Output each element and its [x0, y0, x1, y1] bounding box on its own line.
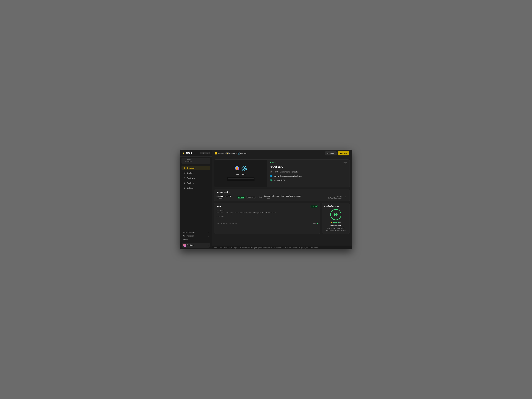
performance-title: Site Performance — [324, 205, 339, 207]
sidebar-item-overview-label: Overview — [187, 167, 195, 169]
status-dot — [270, 162, 271, 163]
workspace-avatar — [184, 244, 186, 247]
external-link-icon-2: ↗ — [208, 235, 209, 237]
deploy-by: by Tobiloba Adedeji — [325, 197, 342, 199]
workspace-switcher[interactable]: Tobiloba › — [182, 243, 210, 248]
ipfs-header: IPFS Current — [216, 205, 318, 208]
domain-link[interactable]: skinny-dog-numerous.on-fleek.app — [274, 175, 302, 177]
breadcrumb-app[interactable]: ⚛ react-app — [238, 152, 248, 154]
current-icon: ⊙ — [247, 196, 249, 198]
ipfs-footer: The hash for your site content IPFS — [216, 221, 318, 224]
performance-circle: 99 — [330, 209, 341, 220]
domain-row: 🌐 skinny-dog-numerous.on-fleek.app — [270, 175, 347, 177]
breadcrumb: T Tobiloba › 📁 Hosting › ⚛ react-app — [215, 152, 248, 154]
preview-screenshot — [227, 177, 254, 181]
sidebar-nav: ⊞ Overview </> Deploys ≋ Audit Log ▦ Ana… — [180, 165, 212, 229]
analytics-icon: ▦ — [183, 182, 186, 184]
recent-deploy-card: Recent Deploy cm0qkp...dcn052 Production… — [214, 189, 350, 201]
ready-dot — [238, 197, 239, 197]
main-content: T Tobiloba › 📁 Hosting › ⚛ react-app Red… — [212, 150, 352, 249]
branch-name: main — [267, 197, 270, 199]
repo-row: ⊙ tobySolutions / react-template — [270, 171, 347, 173]
svg-point-2 — [244, 168, 245, 169]
ipfs-title: IPFS — [216, 205, 221, 208]
app-window: ⚡ fleek Beta v4.0.4 ‹ Go back Tobiloba ⊞… — [180, 150, 352, 249]
ipfs-hash-value: bafybeif4rm76ubyz3r3tesgunubvmqoeg4iewab… — [216, 212, 318, 214]
external-link-icon: ↗ — [208, 232, 209, 233]
sidebar-footer: Help & Feedback ↗ Documentation ↗ Suppor… — [180, 229, 212, 249]
performance-card: Site Performance 99 Coming Soon Monitor … — [322, 203, 350, 234]
statusbar-url: https://app.fleek.xyz/projects/clwp04cuv… — [214, 247, 320, 248]
sidebar-item-audit-log[interactable]: ≋ Audit Log — [182, 176, 210, 180]
footer-support-label: Support — [183, 239, 188, 241]
go-back-workspace: Tobiloba — [185, 161, 192, 163]
go-back-button[interactable]: ‹ Go back Tobiloba — [182, 158, 210, 164]
current-label: Current — [249, 196, 254, 198]
breadcrumb-hosting[interactable]: 📁 Hosting — [226, 152, 235, 154]
ipfs-url-label: IPNS URL — [216, 215, 318, 217]
external-link-icon-3: ↗ — [208, 239, 209, 240]
ipfs-url-value: - — [216, 217, 318, 219]
perf-dot-3 — [335, 222, 336, 223]
footer-help-label: Help & Feedback — [183, 231, 195, 233]
perf-dot-4 — [336, 222, 337, 223]
topbar: T Tobiloba › 📁 Hosting › ⚛ react-app Red… — [212, 150, 352, 157]
sidebar-item-overview[interactable]: ⊞ Overview — [182, 165, 210, 170]
git-icon: ⊙ — [270, 171, 272, 173]
visit-site-button[interactable]: Visit site — [338, 151, 349, 155]
deploy-env: Production — [216, 197, 234, 199]
chevron-right-icon: › — [208, 244, 209, 246]
breadcrumb-hosting-label: Hosting — [229, 152, 235, 154]
ipfs-badge-label: IPFS — [313, 223, 316, 224]
redeploy-button[interactable]: Redeploy — [325, 151, 337, 155]
preview-icons — [234, 166, 247, 172]
sidebar-item-analytics[interactable]: ▦ Analytics — [182, 181, 210, 185]
footer-support-link[interactable]: Support ↗ — [182, 238, 210, 241]
deploy-time-ago: 5d ago — [325, 196, 342, 197]
deploy-id-block: cm0qkp...dcn052 Production — [216, 195, 234, 199]
app-name: react-app — [270, 165, 347, 168]
branch-icon: ⎇ — [264, 197, 266, 199]
sidebar-item-analytics-label: Analytics — [187, 182, 194, 184]
back-arrow-icon: ‹ — [184, 160, 184, 162]
ipfs-card: IPFS Current IPFS Hash bafybeif4rm76ubyz… — [214, 203, 320, 234]
status-label: Ready — [272, 162, 276, 164]
footer-help-link[interactable]: Help & Feedback ↗ — [182, 231, 210, 234]
go-back-text: Go back Tobiloba — [185, 159, 192, 163]
breadcrumb-app-label: react-app — [240, 152, 248, 154]
app-info-header: Ready 5d ago — [270, 162, 347, 164]
performance-dots — [331, 222, 341, 223]
sidebar-item-settings[interactable]: ⚙ Settings — [182, 185, 210, 190]
deploy-ready-pill: Ready — [237, 196, 245, 198]
workspace-name: Tobiloba — [187, 244, 194, 246]
breadcrumb-workspace[interactable]: T Tobiloba — [215, 152, 224, 154]
commit-branch: ⎇ main — [264, 197, 323, 199]
more-options-button[interactable]: ⋮ — [344, 195, 347, 199]
preview-label: Vite + React — [236, 173, 246, 175]
coming-soon-label: Coming Soon — [330, 224, 341, 226]
sidebar-item-deploys[interactable]: </> Deploys — [182, 171, 210, 175]
ipfs-status-dot — [317, 223, 318, 224]
deploy-meta: 5d ago by Tobiloba Adedeji — [325, 196, 342, 199]
deploy-current-pill: ⊙ Current — [246, 196, 256, 199]
sidebar-item-deploys-label: Deploys — [187, 172, 194, 174]
audit-icon: ≋ — [183, 177, 186, 179]
ipfs-link[interactable]: View on IPFS — [274, 179, 285, 181]
app-info-panel: Ready 5d ago react-app ⊙ tobySolutions /… — [267, 160, 349, 187]
recent-deploy-title: Recent Deploy — [216, 191, 347, 193]
footer-docs-link[interactable]: Documentation ↗ — [182, 234, 210, 238]
go-back-label: Go back — [185, 159, 192, 161]
lightning-icon: ⚡ — [182, 152, 185, 154]
ipfs-footer-right: IPFS — [313, 223, 318, 224]
app-overview-card: Vite + React Ready — [214, 159, 350, 187]
sidebar-item-audit-label: Audit Log — [187, 177, 195, 179]
workspace-left: Tobiloba — [184, 244, 194, 247]
repo-text: tobySolutions / react-template — [274, 171, 298, 173]
react-icon — [241, 166, 247, 172]
breadcrumb-workspace-label: Tobiloba — [217, 152, 224, 154]
ipfs-logo-icon: ⊕ — [270, 179, 272, 182]
perf-dot-6 — [339, 222, 341, 223]
perf-dot-1 — [331, 222, 332, 223]
sidebar-item-settings-label: Settings — [187, 187, 194, 189]
deploy-id[interactable]: cm0qkp...dcn052 — [216, 195, 234, 197]
